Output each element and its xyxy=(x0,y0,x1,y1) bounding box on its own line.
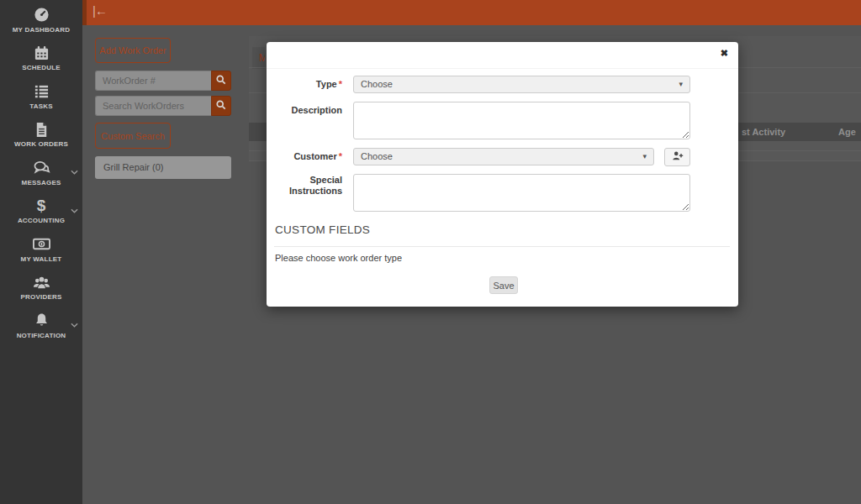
save-button[interactable]: Save xyxy=(489,276,518,294)
caret-down-icon: ▾ xyxy=(642,149,647,165)
add-work-order-modal: ✖ Type* Choose ▾ Description Customer* C… xyxy=(267,42,738,307)
special-instructions-label: Special Instructions xyxy=(267,175,342,197)
description-textarea[interactable] xyxy=(353,102,690,139)
type-select[interactable]: Choose ▾ xyxy=(353,76,690,93)
modal-header-divider xyxy=(267,68,738,69)
custom-fields-helper-text: Please choose work order type xyxy=(275,253,402,263)
description-label: Description xyxy=(267,105,342,116)
special-instructions-textarea[interactable] xyxy=(353,174,690,212)
customer-label: Customer* xyxy=(267,151,342,162)
close-icon[interactable]: ✖ xyxy=(721,48,728,59)
app-screen: MY DASHBOARD SCHEDULE TASKS WORK ORDERS … xyxy=(0,0,861,504)
required-asterisk: * xyxy=(339,79,342,89)
required-asterisk: * xyxy=(339,151,342,161)
type-select-value: Choose xyxy=(361,79,393,89)
caret-down-icon: ▾ xyxy=(679,76,683,92)
add-person-icon xyxy=(672,150,684,164)
add-customer-button[interactable] xyxy=(664,148,690,166)
customer-select-value: Choose xyxy=(361,151,393,161)
custom-fields-heading: CUSTOM FIELDS xyxy=(275,223,370,236)
custom-fields-divider xyxy=(274,246,730,247)
type-label: Type* xyxy=(267,79,342,90)
customer-select[interactable]: Choose ▾ xyxy=(353,148,654,165)
